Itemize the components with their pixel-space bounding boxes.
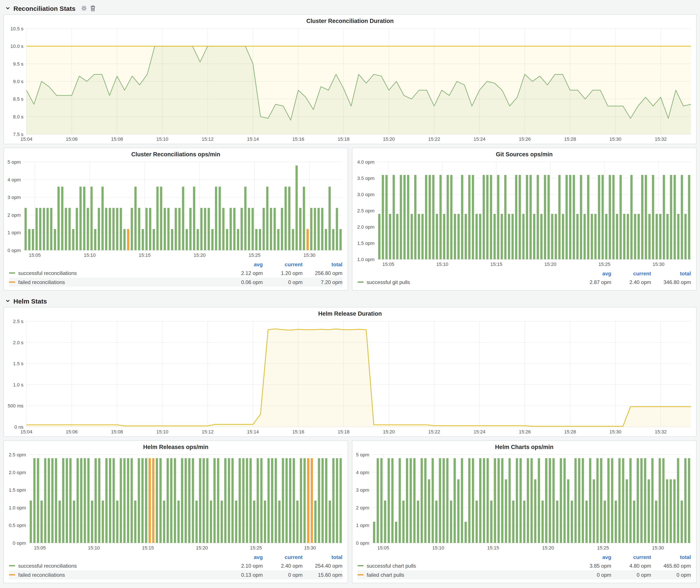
legend-total-value: 465.60 opm xyxy=(651,563,691,569)
legend-total-value: 0 opm xyxy=(651,572,691,578)
helm-releases-ops-chart[interactable]: 0 opm0.5 opm1.0 opm1.5 opm2.0 opm2.5 opm… xyxy=(4,451,348,552)
svg-text:0 opm: 0 opm xyxy=(13,540,26,546)
legend-col-total[interactable]: total xyxy=(303,262,342,268)
svg-text:15:20: 15:20 xyxy=(383,136,395,142)
svg-text:15:28: 15:28 xyxy=(564,136,576,142)
svg-text:15:05: 15:05 xyxy=(34,545,46,551)
svg-text:15:06: 15:06 xyxy=(66,429,78,435)
cluster-reconciliations-ops-chart[interactable]: 0 opm1 opm2 opm3 opm4 opm5 opm15:0515:10… xyxy=(4,158,348,260)
series-swatch-green xyxy=(358,281,364,283)
section-reconciliation-stats[interactable]: Reconciliation Stats xyxy=(3,2,697,14)
svg-text:15:16: 15:16 xyxy=(292,136,304,142)
svg-text:15:20: 15:20 xyxy=(542,545,554,551)
svg-text:15:26: 15:26 xyxy=(519,136,531,142)
svg-text:15:28: 15:28 xyxy=(564,429,576,435)
panel-helm-releases-ops: Helm Releases ops/min 0 opm0.5 opm1.0 op… xyxy=(3,440,348,583)
legend-col-total[interactable]: total xyxy=(651,271,691,277)
svg-text:8.0 s: 8.0 s xyxy=(13,114,23,120)
svg-text:2.5 s: 2.5 s xyxy=(13,319,23,324)
legend-series-name[interactable]: successful reconciliations xyxy=(18,270,77,276)
chevron-down-icon xyxy=(5,298,10,304)
svg-text:2.5 opm: 2.5 opm xyxy=(9,452,26,457)
legend: avg current total successful reconciliat… xyxy=(4,260,348,290)
legend-current-value: 4.80 opm xyxy=(611,563,651,569)
legend-col-total[interactable]: total xyxy=(303,554,342,560)
svg-text:15:26: 15:26 xyxy=(519,429,531,435)
legend-col-avg[interactable]: avg xyxy=(223,262,263,268)
legend-series-name[interactable]: successful chart pulls xyxy=(367,563,416,569)
helm-charts-ops-chart[interactable]: 0 opm1 opm2 opm3 opm4 opm5 opm15:0515:10… xyxy=(352,451,696,552)
svg-text:1.0 opm: 1.0 opm xyxy=(357,257,375,262)
svg-text:15:14: 15:14 xyxy=(247,136,259,142)
legend-series-name[interactable]: successful git pulls xyxy=(367,279,410,285)
panel-title: Helm Release Duration xyxy=(4,307,696,318)
legend-row: successful reconciliations 2.10 opm 2.40… xyxy=(9,561,342,570)
legend-row: successful reconciliations 2.12 opm 1.20… xyxy=(9,268,342,278)
legend-series-name[interactable]: failed chart pulls xyxy=(367,572,404,578)
legend-current-value: 2.40 opm xyxy=(263,563,303,569)
legend: avg current total successful git pulls 2… xyxy=(352,269,696,290)
svg-text:5 opm: 5 opm xyxy=(356,452,369,457)
trash-icon[interactable] xyxy=(90,5,96,11)
svg-text:15:16: 15:16 xyxy=(292,429,304,435)
svg-text:1.0 opm: 1.0 opm xyxy=(9,505,26,510)
legend-series-name[interactable]: failed reconciliations xyxy=(18,572,65,578)
series-swatch-green xyxy=(9,565,15,566)
git-sources-ops-chart[interactable]: 1.0 opm1.5 opm2.0 opm2.5 opm3.0 opm3.5 o… xyxy=(352,158,696,269)
legend-col-total[interactable]: total xyxy=(651,554,691,560)
panel-row-helm: Helm Releases ops/min 0 opm0.5 opm1.0 op… xyxy=(3,440,697,583)
svg-text:15:15: 15:15 xyxy=(139,252,151,258)
legend-col-avg[interactable]: avg xyxy=(571,554,611,560)
legend-col-avg[interactable]: avg xyxy=(571,271,611,277)
legend-avg-value: 0.13 opm xyxy=(223,572,263,578)
series-swatch-orange xyxy=(9,281,15,283)
svg-text:10.5 s: 10.5 s xyxy=(10,26,23,31)
svg-text:9.0 s: 9.0 s xyxy=(13,79,23,84)
panel-title: Helm Releases ops/min xyxy=(4,441,348,451)
legend-total-value: 346.80 opm xyxy=(651,279,691,285)
legend-col-avg[interactable]: avg xyxy=(223,554,263,560)
helm-release-duration-chart[interactable]: 0 ns500 ms1.0 s1.5 s2.0 s2.5 s15:0415:06… xyxy=(4,318,696,436)
legend-total-value: 254.40 opm xyxy=(303,563,342,569)
svg-text:15:14: 15:14 xyxy=(247,429,259,435)
series-swatch-orange xyxy=(9,574,15,575)
svg-text:15:20: 15:20 xyxy=(196,545,208,551)
panel-helm-release-duration: Helm Release Duration 0 ns500 ms1.0 s1.5… xyxy=(3,307,697,437)
legend-col-current[interactable]: current xyxy=(611,271,651,277)
legend-series-name[interactable]: failed reconciliations xyxy=(18,279,65,285)
svg-text:1.5 s: 1.5 s xyxy=(13,361,23,366)
legend: avg current total successful chart pulls… xyxy=(352,552,696,583)
legend-header-row: avg current total xyxy=(9,261,342,268)
dashboard: Reconciliation Stats Cluster Reconciliat… xyxy=(0,0,700,588)
svg-text:15:10: 15:10 xyxy=(156,429,168,435)
section-helm-stats[interactable]: Helm Stats xyxy=(3,295,697,307)
panel-git-sources-ops: Git Sources ops/min 1.0 opm1.5 opm2.0 op… xyxy=(352,148,697,291)
legend-series-name[interactable]: successful reconciliations xyxy=(18,563,77,569)
cluster-reconciliation-duration-chart[interactable]: 7.5 s8.0 s8.5 s9.0 s9.5 s10.0 s10.5 s15:… xyxy=(4,25,696,144)
svg-text:15:20: 15:20 xyxy=(194,252,206,258)
panel-cluster-reconciliation-duration: Cluster Reconciliation Duration 7.5 s8.0… xyxy=(3,14,697,144)
series-swatch-green xyxy=(9,272,15,274)
legend-row: successful git pulls 2.87 opm 2.40 opm 3… xyxy=(358,278,691,287)
legend-col-current[interactable]: current xyxy=(263,262,303,268)
svg-text:3.0 opm: 3.0 opm xyxy=(357,192,375,197)
svg-text:15:05: 15:05 xyxy=(377,545,389,551)
svg-text:15:15: 15:15 xyxy=(490,262,502,267)
svg-text:15:12: 15:12 xyxy=(202,429,214,435)
svg-text:15:08: 15:08 xyxy=(111,136,123,142)
svg-text:15:10: 15:10 xyxy=(156,136,168,142)
svg-text:2 opm: 2 opm xyxy=(356,505,369,510)
svg-text:15:24: 15:24 xyxy=(474,429,485,435)
svg-text:15:22: 15:22 xyxy=(428,429,440,435)
svg-text:15:30: 15:30 xyxy=(610,136,621,142)
svg-text:1.5 opm: 1.5 opm xyxy=(9,487,26,493)
legend-row: successful chart pulls 3.85 opm 4.80 opm… xyxy=(358,561,691,570)
svg-text:1 opm: 1 opm xyxy=(356,523,369,528)
svg-text:15:32: 15:32 xyxy=(655,136,667,142)
svg-text:15:04: 15:04 xyxy=(20,136,32,142)
gear-icon[interactable] xyxy=(81,5,87,11)
legend-col-current[interactable]: current xyxy=(611,554,651,560)
section-title: Helm Stats xyxy=(13,297,47,305)
legend-col-current[interactable]: current xyxy=(263,554,303,560)
svg-text:15:20: 15:20 xyxy=(383,429,395,435)
